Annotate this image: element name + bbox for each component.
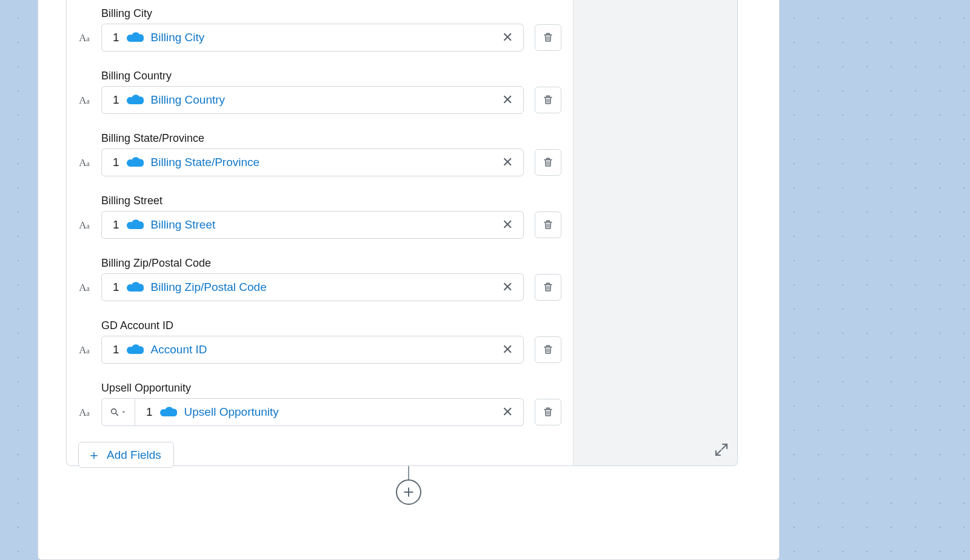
field-row: Billing CountryAa1Billing Country✕: [78, 70, 561, 114]
field-row: GD Account IDAa1Account ID✕: [78, 319, 561, 364]
salesforce-cloud-icon: [125, 93, 145, 107]
clear-icon[interactable]: ✕: [499, 342, 516, 358]
text-type-icon: Aa: [78, 219, 90, 230]
field-value-pill[interactable]: 1Billing Zip/Postal Code✕: [101, 273, 524, 301]
pill-value: Upsell Opportunity: [184, 405, 493, 419]
text-type-icon: Aa: [78, 95, 90, 105]
delete-row-button[interactable]: [535, 336, 561, 363]
side-panel: [573, 0, 737, 465]
field-value-pill[interactable]: 1Billing City✕: [101, 24, 524, 52]
field-label: Billing Zip/Postal Code: [101, 257, 561, 273]
field-input-line: Aa1Billing City✕: [78, 24, 561, 52]
pill-index: 1: [113, 156, 119, 169]
text-type-icon: Aa: [78, 157, 90, 168]
add-fields-label: Add Fields: [107, 448, 161, 462]
field-input-line: Aa1Billing State/Province✕: [78, 148, 561, 176]
delete-row-button[interactable]: [535, 212, 561, 238]
delete-row-button[interactable]: [535, 87, 561, 113]
expand-icon[interactable]: [714, 442, 729, 457]
plus-icon: ＋: [87, 448, 101, 462]
delete-row-button[interactable]: [535, 274, 561, 301]
salesforce-cloud-icon: [125, 156, 145, 169]
field-row: Billing Zip/Postal CodeAa1Billing Zip/Po…: [78, 257, 561, 301]
salesforce-cloud-icon: [125, 343, 145, 356]
field-mapping-card: Billing CityAa1Billing City✕Billing Coun…: [66, 0, 738, 466]
clear-icon[interactable]: ✕: [499, 404, 516, 420]
clear-icon[interactable]: ✕: [499, 279, 516, 295]
field-row: Billing StreetAa1Billing Street✕: [78, 195, 561, 239]
field-label: Billing Country: [101, 70, 561, 86]
flow-connector: [408, 466, 409, 480]
text-type-icon: Aa: [78, 282, 90, 293]
fields-list: Billing CityAa1Billing City✕Billing Coun…: [67, 0, 573, 465]
pill-index: 1: [113, 93, 119, 107]
salesforce-cloud-icon: [125, 218, 145, 232]
salesforce-cloud-icon: [159, 405, 178, 419]
clear-icon[interactable]: ✕: [499, 217, 516, 233]
field-value-pill[interactable]: 1Billing State/Province✕: [101, 148, 524, 176]
delete-row-button[interactable]: [535, 399, 561, 425]
pill-value: Billing State/Province: [151, 156, 493, 169]
add-fields-button[interactable]: ＋ Add Fields: [78, 442, 174, 468]
field-label: Billing State/Province: [101, 132, 561, 148]
salesforce-cloud-icon: [125, 31, 145, 44]
salesforce-cloud-icon: [125, 281, 145, 294]
field-value-pill[interactable]: 1Billing Street✕: [101, 211, 524, 239]
pill-index: 1: [146, 405, 153, 419]
search-mode-dropdown[interactable]: [101, 398, 135, 426]
clear-icon[interactable]: ✕: [499, 30, 516, 45]
field-label: Billing Street: [101, 195, 561, 211]
field-input-line: Aa1Billing Country✕: [78, 86, 561, 114]
pill-index: 1: [113, 31, 119, 44]
field-value-pill[interactable]: 1Upsell Opportunity✕: [135, 398, 524, 426]
pill-index: 1: [113, 218, 119, 232]
field-label: Upsell Opportunity: [101, 382, 561, 398]
text-type-icon: Aa: [78, 407, 90, 418]
add-node-button[interactable]: [396, 479, 421, 505]
field-row: Billing State/ProvinceAa1Billing State/P…: [78, 132, 561, 176]
clear-icon[interactable]: ✕: [499, 155, 516, 170]
field-label: GD Account ID: [101, 319, 561, 336]
outer-panel: Billing CityAa1Billing City✕Billing Coun…: [38, 0, 780, 560]
field-input-line: Aa1Upsell Opportunity✕: [78, 398, 561, 426]
field-input-line: Aa1Billing Street✕: [78, 211, 561, 239]
pill-value: Billing Country: [151, 93, 493, 107]
field-value-pill[interactable]: 1Account ID✕: [101, 336, 524, 364]
pill-value: Billing Zip/Postal Code: [151, 281, 493, 294]
field-row: Billing CityAa1Billing City✕: [78, 7, 561, 52]
clear-icon[interactable]: ✕: [499, 92, 516, 108]
compound-input: 1Upsell Opportunity✕: [101, 398, 524, 426]
field-label: Billing City: [101, 7, 561, 24]
text-type-icon: Aa: [78, 344, 90, 355]
pill-value: Billing City: [151, 31, 493, 44]
field-row: Upsell OpportunityAa1Upsell Opportunity✕: [78, 382, 561, 426]
delete-row-button[interactable]: [535, 149, 561, 176]
text-type-icon: Aa: [78, 32, 90, 43]
field-input-line: Aa1Account ID✕: [78, 336, 561, 364]
field-input-line: Aa1Billing Zip/Postal Code✕: [78, 273, 561, 301]
delete-row-button[interactable]: [535, 24, 561, 51]
pill-value: Account ID: [151, 343, 493, 356]
pill-index: 1: [113, 281, 119, 294]
pill-value: Billing Street: [151, 218, 493, 232]
pill-index: 1: [113, 343, 119, 356]
field-value-pill[interactable]: 1Billing Country✕: [101, 86, 524, 114]
